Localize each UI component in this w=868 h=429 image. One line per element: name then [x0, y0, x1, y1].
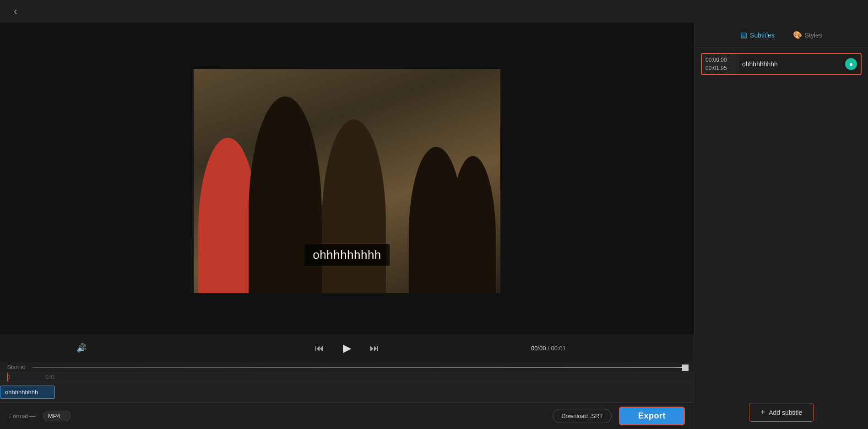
entry-times: 00:00.00 00:01.95 [702, 54, 738, 74]
confirm-icon: ● [849, 60, 853, 68]
playhead-line [7, 373, 8, 381]
subtitle-block[interactable]: ohhhhhhhhh [0, 386, 55, 399]
volume-button[interactable]: 🔊 [73, 340, 90, 356]
skip-back-button[interactable]: ⏮ [311, 340, 328, 356]
format-label: Format — [9, 413, 36, 419]
format-select[interactable]: MP4 [43, 411, 71, 421]
add-plus-icon: + [760, 408, 765, 417]
video-container: ohhhhhhhhh [0, 23, 694, 334]
add-subtitle-button[interactable]: + Add subtitle [749, 403, 814, 422]
time-total: 00:01 [551, 345, 566, 352]
time-display: 00:00 / 00:01 [531, 345, 566, 352]
play-button[interactable]: ▶ [339, 340, 355, 356]
tab-styles[interactable]: 🎨 Styles [784, 27, 831, 43]
timeline-track: 0 0:01 [0, 373, 694, 382]
timeline-handle[interactable] [682, 365, 689, 371]
add-subtitle-label: Add subtitle [769, 409, 802, 416]
styles-icon: 🎨 [793, 31, 802, 39]
time-current: 00:00 [531, 345, 546, 352]
subtitles-icon: ▤ [740, 31, 747, 39]
styles-tab-label: Styles [805, 32, 822, 39]
back-button[interactable]: ‹ [9, 3, 22, 20]
entry-text-input[interactable] [742, 57, 857, 71]
entry-text-area: ● [738, 54, 861, 74]
ruler-mark-001: 0:01 [46, 375, 54, 380]
start-at-bar: Start at [0, 362, 694, 373]
video-controls: 🔊 ⏮ ▶ ⏭ 00:00 / 00:01 [0, 334, 694, 362]
figure-3 [322, 119, 386, 293]
tab-subtitles[interactable]: ▤ Subtitles [731, 27, 784, 43]
entry-time-end: 00:01.95 [705, 65, 734, 71]
right-panel: ▤ Subtitles 🎨 Styles 00:00.00 00:01.95 ● [694, 23, 868, 429]
entry-confirm-button[interactable]: ● [845, 58, 857, 70]
video-area: ohhhhhhhhh 🔊 ⏮ ▶ ⏭ 00:00 / 00:01 Start a… [0, 23, 694, 429]
time-separator: / [548, 345, 549, 352]
entry-time-start: 00:00.00 [705, 57, 734, 63]
download-srt-button[interactable]: Download .SRT [553, 409, 612, 423]
video-frame: ohhhhhhhhh [194, 69, 500, 293]
subtitle-overlay: ohhhhhhhhh [304, 244, 390, 266]
top-bar: ‹ [0, 0, 868, 23]
export-button[interactable]: Export [619, 407, 685, 425]
skip-forward-button[interactable]: ⏭ [366, 340, 383, 356]
format-wrapper: MP4 [43, 411, 71, 421]
bottom-bar: Format — MP4 Download .SRT Export [0, 402, 694, 429]
timeline-area: Start at 0 0:01 ohhhhhhhhh [0, 362, 694, 402]
panel-tabs: ▤ Subtitles 🎨 Styles [694, 23, 868, 48]
subtitle-blocks: ohhhhhhhhh [0, 382, 694, 402]
subtitle-entries: 00:00.00 00:01.95 ● [694, 48, 868, 403]
subtitles-tab-label: Subtitles [750, 32, 775, 39]
start-at-label: Start at [7, 364, 25, 370]
main-area: ohhhhhhhhh 🔊 ⏮ ▶ ⏭ 00:00 / 00:01 Start a… [0, 23, 868, 429]
subtitle-entry-1: 00:00.00 00:01.95 ● [701, 53, 862, 75]
